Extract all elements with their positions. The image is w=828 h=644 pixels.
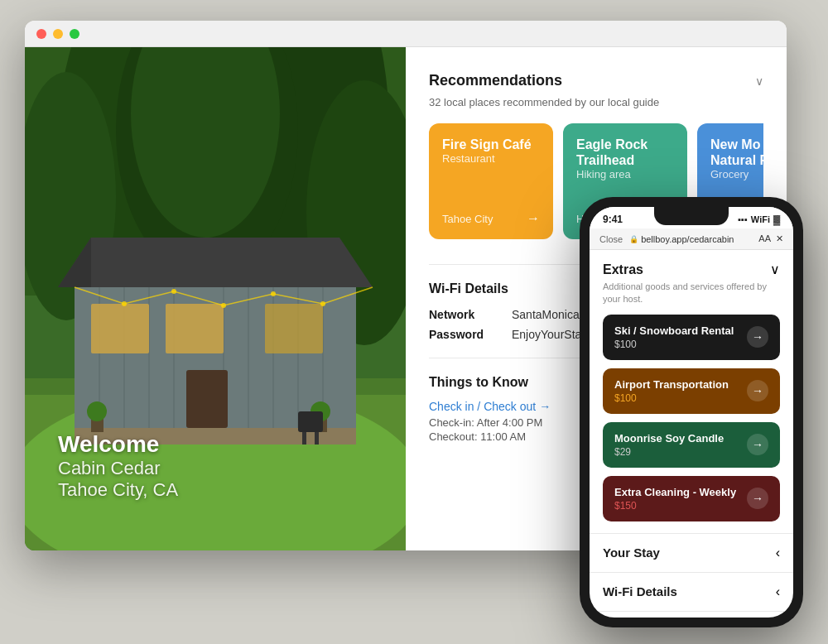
recommendations-header: Recommendations ∨ bbox=[429, 72, 763, 89]
extra-card-cleaning-price: $150 bbox=[614, 500, 736, 512]
rec-card-name-2: Eagle Rock Trailhead bbox=[576, 137, 674, 168]
wifi-network-label: Network bbox=[429, 308, 495, 321]
rec-card-location-1: Tahoe City bbox=[442, 213, 493, 225]
maximize-button[interactable] bbox=[70, 29, 79, 39]
svg-point-32 bbox=[221, 303, 226, 308]
svg-rect-25 bbox=[91, 304, 149, 353]
svg-point-33 bbox=[271, 291, 276, 296]
extra-card-cleaning[interactable]: Extra Cleaning - Weekly $150 → bbox=[603, 476, 780, 521]
svg-point-34 bbox=[320, 301, 325, 306]
recommendations-chevron[interactable]: ∨ bbox=[755, 74, 763, 88]
svg-rect-41 bbox=[315, 432, 319, 445]
phone-screen: 9:41 ▪▪▪ WiFi ▓ Close 🔒 bellboy.app/ceda… bbox=[590, 207, 793, 618]
extras-chevron[interactable]: ∨ bbox=[770, 262, 780, 277]
extra-card-ski-info: Ski / Snowboard Rental $100 bbox=[614, 324, 734, 350]
mac-titlebar bbox=[25, 21, 787, 47]
phone-time: 9:41 bbox=[603, 214, 623, 225]
rec-card-type-1: Restaurant bbox=[442, 152, 540, 165]
rec-card-footer-1: Tahoe City → bbox=[442, 211, 540, 226]
extra-card-ski-price: $100 bbox=[614, 339, 734, 350]
browser-url: 🔒 bellboy.app/cedarcabin bbox=[629, 234, 752, 244]
left-panel: Welcome Cabin Cedar Tahoe City, CA bbox=[25, 47, 406, 550]
svg-rect-27 bbox=[265, 304, 323, 353]
recommendations-subtitle: 32 local places recommended by our local… bbox=[429, 96, 763, 108]
close-button[interactable] bbox=[36, 29, 46, 39]
phone-status-icons: ▪▪▪ WiFi ▓ bbox=[738, 214, 780, 224]
wifi-password-label: Password bbox=[429, 328, 495, 341]
rec-card-type-2: Hiking area bbox=[576, 168, 674, 180]
phone-content: Extras ∨ Additional goods and services o… bbox=[590, 250, 793, 618]
mobile-phone: 9:41 ▪▪▪ WiFi ▓ Close 🔒 bellboy.app/ceda… bbox=[580, 197, 803, 627]
extra-card-candle-name: Moonrise Soy Candle bbox=[614, 432, 724, 445]
extra-card-cleaning-arrow: → bbox=[747, 488, 768, 509]
svg-rect-40 bbox=[302, 432, 306, 445]
rec-card-arrow-1: → bbox=[527, 211, 540, 226]
rec-card-name-3: New Mo Natural F bbox=[710, 137, 763, 168]
wifi-network-value: SantaMonica bbox=[512, 308, 580, 321]
battery-icon: ▓ bbox=[773, 214, 780, 224]
extra-card-candle[interactable]: Moonrise Soy Candle $29 → bbox=[603, 422, 780, 468]
wifi-details-section[interactable]: Wi-Fi Details ‹ bbox=[590, 573, 793, 612]
lock-icon: 🔒 bbox=[629, 235, 638, 243]
extra-card-ski-name: Ski / Snowboard Rental bbox=[614, 324, 734, 337]
your-stay-chevron: ‹ bbox=[776, 545, 780, 560]
extra-card-candle-arrow: → bbox=[747, 434, 768, 455]
extras-header: Extras ∨ bbox=[603, 262, 780, 277]
browser-close-icon[interactable]: ✕ bbox=[776, 233, 783, 244]
phone-browser-bar: Close 🔒 bellboy.app/cedarcabin AA ✕ bbox=[590, 228, 793, 250]
aa-button[interactable]: AA bbox=[758, 233, 771, 244]
browser-close-button[interactable]: Close bbox=[599, 234, 623, 244]
wifi-details-chevron: ‹ bbox=[776, 584, 780, 599]
extras-title: Extras bbox=[603, 262, 643, 277]
extra-card-candle-info: Moonrise Soy Candle $29 bbox=[614, 432, 724, 458]
svg-rect-39 bbox=[298, 411, 323, 432]
extra-card-cleaning-name: Extra Cleaning - Weekly bbox=[614, 486, 736, 498]
your-stay-section[interactable]: Your Stay ‹ bbox=[590, 534, 793, 573]
extra-card-airport-arrow: → bbox=[747, 380, 768, 401]
rec-card-name-1: Fire Sign Café bbox=[442, 137, 540, 152]
rec-card-fire-sign[interactable]: Fire Sign Café Restaurant Tahoe City → bbox=[429, 123, 553, 239]
svg-point-30 bbox=[122, 301, 127, 306]
extras-subtitle: Additional goods and services offered by… bbox=[603, 281, 780, 306]
extra-card-airport-price: $100 bbox=[614, 392, 729, 404]
signal-icon: ▪▪▪ bbox=[738, 214, 748, 224]
recommendations-title: Recommendations bbox=[429, 72, 562, 89]
welcome-text: Welcome Cabin Cedar Tahoe City, CA bbox=[58, 431, 178, 501]
wifi-details-title: Wi-Fi Details bbox=[603, 584, 677, 598]
svg-marker-14 bbox=[58, 238, 373, 287]
svg-rect-28 bbox=[186, 370, 228, 428]
phone-notch bbox=[654, 207, 729, 225]
svg-point-31 bbox=[171, 289, 176, 294]
extra-card-airport-name: Airport Transportation bbox=[614, 378, 729, 391]
extra-card-candle-price: $29 bbox=[614, 446, 724, 458]
extra-card-airport[interactable]: Airport Transportation $100 → bbox=[603, 368, 780, 414]
cabin-name: Cabin Cedar bbox=[58, 458, 178, 479]
extra-card-ski-arrow: → bbox=[747, 326, 768, 348]
your-stay-title: Your Stay bbox=[603, 545, 660, 560]
svg-point-36 bbox=[87, 401, 107, 421]
rec-card-type-3: Grocery bbox=[710, 168, 763, 180]
extra-card-airport-info: Airport Transportation $100 bbox=[614, 378, 729, 404]
wifi-icon: WiFi bbox=[751, 214, 770, 224]
cabin-location: Tahoe City, CA bbox=[58, 479, 178, 501]
minimize-button[interactable] bbox=[53, 29, 63, 39]
extra-card-cleaning-info: Extra Cleaning - Weekly $150 bbox=[614, 486, 736, 512]
extra-card-ski[interactable]: Ski / Snowboard Rental $100 → bbox=[603, 315, 780, 360]
checkin-arrow: → bbox=[539, 400, 551, 413]
welcome-label: Welcome bbox=[58, 431, 178, 458]
extras-section: Extras ∨ Additional goods and services o… bbox=[590, 250, 793, 534]
svg-rect-26 bbox=[166, 304, 224, 353]
browser-actions: AA ✕ bbox=[758, 233, 783, 244]
